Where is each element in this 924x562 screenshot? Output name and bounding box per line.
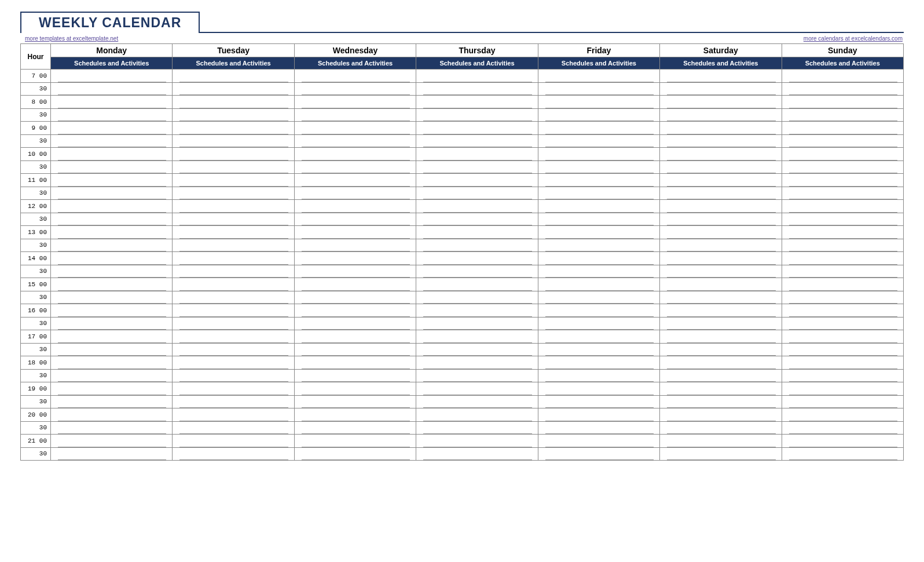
schedule-slot[interactable] (51, 369, 173, 382)
schedule-slot[interactable] (782, 356, 903, 370)
schedule-slot[interactable] (782, 304, 903, 318)
schedule-slot[interactable] (173, 160, 294, 174)
schedule-slot[interactable] (660, 226, 782, 239)
schedule-slot[interactable] (294, 82, 416, 96)
schedule-slot[interactable] (294, 343, 416, 356)
schedule-slot[interactable] (51, 226, 173, 239)
schedule-slot[interactable] (538, 70, 659, 83)
schedule-slot[interactable] (294, 108, 416, 122)
schedule-slot[interactable] (416, 408, 538, 422)
schedule-slot[interactable] (173, 252, 294, 265)
schedule-slot[interactable] (660, 369, 782, 382)
schedule-slot[interactable] (416, 239, 538, 252)
schedule-slot[interactable] (51, 213, 173, 226)
schedule-slot[interactable] (173, 291, 294, 304)
schedule-slot[interactable] (173, 148, 294, 161)
schedule-slot[interactable] (51, 343, 173, 356)
schedule-slot[interactable] (173, 330, 294, 344)
schedule-slot[interactable] (51, 82, 173, 96)
schedule-slot[interactable] (173, 226, 294, 239)
schedule-slot[interactable] (173, 239, 294, 252)
schedule-slot[interactable] (51, 187, 173, 200)
schedule-slot[interactable] (660, 174, 782, 187)
schedule-slot[interactable] (416, 252, 538, 265)
schedule-slot[interactable] (51, 421, 173, 435)
schedule-slot[interactable] (294, 317, 416, 330)
schedule-slot[interactable] (538, 213, 659, 226)
schedule-slot[interactable] (782, 82, 903, 96)
schedule-slot[interactable] (782, 160, 903, 174)
schedule-slot[interactable] (538, 187, 659, 200)
schedule-slot[interactable] (173, 369, 294, 382)
schedule-slot[interactable] (416, 304, 538, 318)
schedule-slot[interactable] (294, 382, 416, 396)
schedule-slot[interactable] (51, 291, 173, 304)
schedule-slot[interactable] (538, 200, 659, 213)
schedule-slot[interactable] (173, 96, 294, 109)
schedule-slot[interactable] (538, 304, 659, 318)
schedule-slot[interactable] (173, 395, 294, 408)
schedule-slot[interactable] (660, 134, 782, 148)
schedule-slot[interactable] (294, 70, 416, 83)
schedule-slot[interactable] (538, 160, 659, 174)
schedule-slot[interactable] (294, 435, 416, 448)
schedule-slot[interactable] (416, 200, 538, 213)
templates-link[interactable]: more templates at exceltemplate.net (25, 35, 118, 42)
schedule-slot[interactable] (416, 174, 538, 187)
schedule-slot[interactable] (51, 122, 173, 135)
schedule-slot[interactable] (294, 187, 416, 200)
schedule-slot[interactable] (660, 252, 782, 265)
schedule-slot[interactable] (782, 134, 903, 148)
schedule-slot[interactable] (51, 356, 173, 370)
schedule-slot[interactable] (782, 148, 903, 161)
schedule-slot[interactable] (173, 421, 294, 435)
schedule-slot[interactable] (294, 122, 416, 135)
schedule-slot[interactable] (416, 330, 538, 344)
schedule-slot[interactable] (660, 187, 782, 200)
schedule-slot[interactable] (173, 343, 294, 356)
schedule-slot[interactable] (294, 148, 416, 161)
schedule-slot[interactable] (538, 343, 659, 356)
schedule-slot[interactable] (173, 213, 294, 226)
schedule-slot[interactable] (660, 343, 782, 356)
schedule-slot[interactable] (782, 265, 903, 278)
schedule-slot[interactable] (294, 395, 416, 408)
schedule-slot[interactable] (416, 108, 538, 122)
schedule-slot[interactable] (51, 265, 173, 278)
schedule-slot[interactable] (416, 96, 538, 109)
schedule-slot[interactable] (294, 447, 416, 461)
schedule-slot[interactable] (782, 226, 903, 239)
schedule-slot[interactable] (173, 447, 294, 461)
schedule-slot[interactable] (51, 134, 173, 148)
schedule-slot[interactable] (538, 265, 659, 278)
schedule-slot[interactable] (782, 213, 903, 226)
schedule-slot[interactable] (294, 174, 416, 187)
schedule-slot[interactable] (538, 148, 659, 161)
schedule-slot[interactable] (660, 408, 782, 422)
schedule-slot[interactable] (51, 108, 173, 122)
schedule-slot[interactable] (660, 304, 782, 318)
schedule-slot[interactable] (782, 187, 903, 200)
schedule-slot[interactable] (294, 252, 416, 265)
schedule-slot[interactable] (782, 174, 903, 187)
schedule-slot[interactable] (173, 174, 294, 187)
schedule-slot[interactable] (660, 265, 782, 278)
schedule-slot[interactable] (782, 369, 903, 382)
schedule-slot[interactable] (416, 134, 538, 148)
schedule-slot[interactable] (294, 160, 416, 174)
schedule-slot[interactable] (538, 382, 659, 396)
schedule-slot[interactable] (660, 160, 782, 174)
schedule-slot[interactable] (294, 330, 416, 344)
schedule-slot[interactable] (173, 70, 294, 83)
schedule-slot[interactable] (173, 382, 294, 396)
schedule-slot[interactable] (782, 70, 903, 83)
schedule-slot[interactable] (51, 408, 173, 422)
schedule-slot[interactable] (660, 382, 782, 396)
schedule-slot[interactable] (51, 330, 173, 344)
calendars-link[interactable]: more calendars at excelcalendars.com (804, 35, 903, 42)
schedule-slot[interactable] (294, 369, 416, 382)
schedule-slot[interactable] (660, 213, 782, 226)
schedule-slot[interactable] (51, 278, 173, 291)
schedule-slot[interactable] (173, 356, 294, 370)
schedule-slot[interactable] (294, 421, 416, 435)
